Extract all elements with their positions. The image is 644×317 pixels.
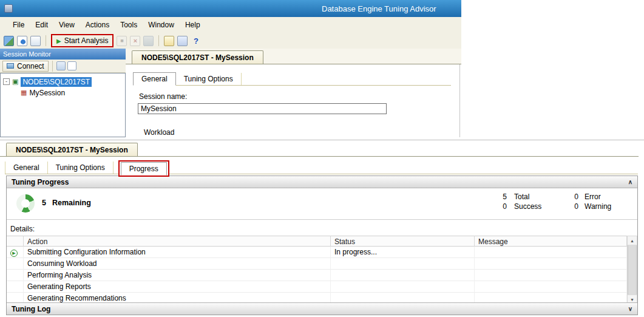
- cell-action: Consuming Workload: [24, 258, 331, 270]
- table-scrollbar[interactable]: ▲ ▼: [627, 236, 637, 304]
- session-monitor-toolbar: Connect: [0, 60, 126, 73]
- tuning-log-header[interactable]: Tuning Log ∨: [7, 302, 637, 315]
- tab-tuning-options[interactable]: Tuning Options: [176, 73, 242, 85]
- new-session-icon[interactable]: [4, 36, 14, 46]
- view-workload-icon[interactable]: [17, 36, 27, 46]
- screen: Database Engine Tuning Advisor File Edit…: [0, 0, 644, 317]
- session-tree: - ▣ NODE5\SQL2017ST ▦ MySession: [0, 73, 126, 137]
- session-monitor-header: Session Monitor: [0, 49, 126, 60]
- table-row[interactable]: Performing Analysis: [7, 270, 627, 281]
- session-node-label[interactable]: MySession: [29, 89, 65, 97]
- menu-view[interactable]: View: [53, 18, 80, 32]
- menu-tools[interactable]: Tools: [115, 18, 143, 32]
- workload-label: Workload: [144, 128, 174, 137]
- reports-icon[interactable]: [164, 36, 174, 46]
- start-analysis-play-icon: ▶: [56, 38, 61, 44]
- menu-file[interactable]: File: [7, 18, 30, 32]
- window-title: Database Engine Tuning Advisor: [322, 4, 436, 13]
- table-row[interactable]: Consuming Workload: [7, 258, 627, 270]
- column-icon: [7, 236, 24, 247]
- progress-window: NODE5\SQL2017ST - MySession General Tuni…: [0, 140, 644, 317]
- progress-spinner-icon: [16, 194, 35, 213]
- cell-message: [475, 247, 627, 258]
- cell-message: [475, 281, 627, 293]
- document-tab[interactable]: NODE5\SQL2017ST - MySession: [6, 143, 138, 156]
- monitor-options-icon[interactable]: [56, 61, 66, 70]
- connect-icon: [7, 63, 14, 69]
- session-name-label: Session name:: [139, 92, 187, 101]
- table-row[interactable]: Generating Reports: [7, 281, 627, 293]
- menu-actions[interactable]: Actions: [80, 18, 115, 32]
- total-label: Total: [514, 193, 529, 201]
- app-icon: [4, 4, 13, 13]
- server-icon: ▣: [12, 78, 18, 85]
- tab-progress[interactable]: Progress: [121, 162, 167, 176]
- table-header: Action Status Message: [7, 236, 627, 247]
- session-monitor-panel: Session Monitor Connect - ▣ NODE5\SQL201…: [0, 49, 126, 137]
- progress-view-tabs: General Tuning Options Progress: [5, 159, 638, 174]
- cell-icon: [7, 281, 24, 293]
- cell-message: [475, 270, 627, 281]
- cell-status: In progress...: [331, 247, 475, 258]
- menu-edit[interactable]: Edit: [30, 18, 53, 32]
- error-count: 0: [565, 193, 578, 201]
- tuning-progress-header[interactable]: Tuning Progress ∧: [7, 176, 637, 188]
- column-action[interactable]: Action: [24, 236, 331, 247]
- document-tab-strip: NODE5\SQL2017ST - MySession: [0, 140, 639, 157]
- connect-button[interactable]: Connect: [2, 61, 49, 72]
- stop-analysis-icon[interactable]: ■: [117, 36, 127, 46]
- tab-general[interactable]: General: [5, 162, 48, 174]
- start-analysis-highlight: ▶ Start Analysis: [51, 34, 114, 47]
- collapse-chevron-icon[interactable]: ∧: [628, 179, 632, 185]
- title-bar[interactable]: Database Engine Tuning Advisor: [0, 0, 461, 17]
- tree-row-server[interactable]: - ▣ NODE5\SQL2017ST: [1, 77, 125, 87]
- error-label: Error: [585, 193, 601, 201]
- help-icon[interactable]: ?: [191, 36, 201, 46]
- remaining-count: 5: [42, 199, 46, 207]
- in-progress-icon: ▶: [10, 250, 18, 257]
- server-node-label[interactable]: NODE5\SQL2017ST: [21, 77, 92, 87]
- cell-status: [331, 281, 475, 293]
- progress-tab-highlight: Progress: [118, 160, 169, 177]
- cancel-analysis-icon[interactable]: ×: [130, 36, 140, 46]
- tab-general[interactable]: General: [133, 72, 176, 86]
- tab-tuning-options[interactable]: Tuning Options: [48, 162, 114, 174]
- cell-icon: [7, 258, 24, 270]
- properties-icon[interactable]: [177, 36, 188, 46]
- cell-status: [331, 270, 475, 281]
- cell-message: [475, 258, 627, 270]
- success-count: 0: [493, 202, 507, 211]
- progress-panel: Tuning Progress ∧ 5 Remaining 5 Total 0 …: [6, 176, 638, 315]
- cell-action: Performing Analysis: [24, 270, 331, 281]
- expand-chevron-icon[interactable]: ∨: [628, 305, 632, 312]
- open-session-icon[interactable]: [30, 36, 41, 46]
- table-row[interactable]: ▶ Submitting Configuration Information I…: [7, 247, 627, 258]
- column-message[interactable]: Message: [475, 236, 627, 247]
- cell-status: [331, 258, 475, 270]
- cell-icon: [7, 270, 24, 281]
- refresh-icon[interactable]: [67, 61, 76, 70]
- document-tab[interactable]: NODE5\SQL2017ST - MySession: [132, 50, 263, 64]
- session-editor: General Tuning Options Session name: Wor…: [126, 64, 460, 137]
- total-count: 5: [493, 193, 507, 201]
- tree-expander-icon[interactable]: -: [3, 78, 10, 85]
- remaining-group: 5 Remaining: [42, 199, 91, 207]
- warning-count: 0: [565, 202, 578, 211]
- scroll-thumb[interactable]: [628, 245, 637, 295]
- editor-tabs: General Tuning Options: [133, 70, 451, 86]
- menu-help[interactable]: Help: [180, 18, 206, 32]
- progress-summary: 5 Remaining 5 Total 0 Success 0 Error 0 …: [7, 188, 637, 220]
- success-label: Success: [514, 202, 541, 211]
- menu-window[interactable]: Window: [143, 18, 180, 32]
- cell-action: Generating Reports: [24, 281, 331, 293]
- connect-label: Connect: [17, 62, 44, 70]
- tree-row-session[interactable]: ▦ MySession: [1, 87, 125, 98]
- session-name-input[interactable]: [138, 103, 387, 114]
- scroll-up-icon[interactable]: ▲: [628, 236, 637, 245]
- remaining-label: Remaining: [52, 199, 91, 207]
- save-icon[interactable]: [143, 36, 154, 46]
- start-analysis-button[interactable]: ▶ Start Analysis: [52, 35, 112, 46]
- document-tab-strip: NODE5\SQL2017ST - MySession: [126, 49, 461, 64]
- column-status[interactable]: Status: [331, 236, 475, 247]
- tuning-progress-title: Tuning Progress: [12, 178, 69, 186]
